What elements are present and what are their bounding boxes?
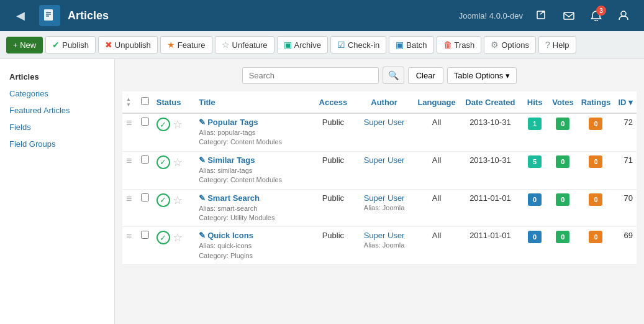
votes-cell: 0 (548, 151, 577, 189)
new-button[interactable]: + New (6, 37, 43, 53)
checkin-button[interactable]: ☑ Check-in (330, 36, 386, 53)
edit-icon: ✎ (199, 155, 206, 165)
votes-cell: 0 (548, 113, 577, 151)
article-meta: Alias: popular-tagsCategory: Content Mod… (199, 128, 308, 147)
language-cell: All (414, 151, 459, 189)
row-checkbox-cell[interactable] (137, 189, 153, 227)
th-title[interactable]: Title (195, 91, 312, 113)
language-cell: All (414, 113, 459, 151)
published-status-icon[interactable]: ✓ (156, 193, 170, 207)
article-title-link[interactable]: ✎Similar Tags (199, 155, 255, 165)
row-checkbox-cell[interactable] (137, 151, 153, 189)
article-title-link[interactable]: ✎Quick Icons (199, 231, 253, 240)
external-link-button[interactable] (530, 4, 553, 27)
th-select-all[interactable] (137, 91, 153, 113)
date-cell: 2011-01-01 (460, 227, 521, 265)
unfeature-button[interactable]: ☆ Unfeature (215, 36, 274, 53)
drag-handle[interactable]: ≡ (122, 189, 137, 227)
ratings-badge: 0 (589, 118, 602, 130)
drag-handle[interactable]: ≡ (122, 227, 137, 265)
feature-button[interactable]: ★ Feature (160, 36, 212, 53)
row-checkbox[interactable] (141, 193, 149, 201)
select-all-checkbox[interactable] (141, 97, 149, 105)
help-icon: ? (545, 40, 550, 50)
date-cell: 2011-01-01 (460, 189, 521, 227)
th-drag: ▲▼ (122, 91, 137, 113)
ratings-cell: 0 (578, 189, 615, 227)
toolbar: + New ✔ Publish ✖ Unpublish ★ Feature ☆ … (0, 31, 644, 59)
search-button[interactable]: 🔍 (383, 67, 404, 84)
archive-button[interactable]: ▣ Archive (277, 36, 328, 53)
clear-button[interactable]: Clear (408, 67, 443, 84)
language-cell: All (414, 227, 459, 265)
search-input[interactable] (242, 67, 379, 84)
date-cell: 2013-10-31 (460, 151, 521, 189)
th-date-created[interactable]: Date Created (460, 91, 521, 113)
version-label: Joomla! 4.0.0-dev (459, 11, 523, 21)
article-meta: Alias: smart-searchCategory: Utility Mod… (199, 204, 308, 223)
votes-badge: 0 (556, 155, 569, 168)
article-meta: Alias: quick-iconsCategory: Plugins (199, 241, 308, 261)
article-title-link[interactable]: ✎Smart Search (199, 193, 260, 203)
title-cell: ✎Quick Icons Alias: quick-iconsCategory:… (195, 227, 312, 265)
sidebar: Articles Categories Featured Articles Fi… (0, 59, 115, 324)
batch-icon: ▣ (396, 40, 404, 50)
article-title-link[interactable]: ✎Popular Tags (199, 118, 258, 127)
notification-badge: 3 (596, 6, 606, 16)
featured-star-icon[interactable]: ☆ (173, 193, 183, 207)
date-cell: 2013-10-31 (460, 113, 521, 151)
id-cell: 71 (614, 151, 637, 189)
status-cell: ✓ ☆ (153, 189, 195, 227)
user-button[interactable] (612, 4, 635, 27)
hits-cell: 0 (521, 227, 548, 265)
trash-button[interactable]: 🗑 Trash (437, 36, 482, 53)
featured-star-icon[interactable]: ☆ (173, 231, 183, 244)
edit-icon: ✎ (199, 231, 206, 240)
ratings-badge: 0 (589, 231, 602, 243)
publish-button[interactable]: ✔ Publish (45, 36, 96, 53)
hits-badge: 5 (528, 155, 542, 168)
sidebar-item-fieldgroups[interactable]: Field Groups (0, 136, 114, 152)
help-button[interactable]: ? Help (538, 36, 576, 53)
svg-rect-4 (537, 11, 545, 19)
unpublish-button[interactable]: ✖ Unpublish (98, 36, 158, 53)
sidebar-item-articles[interactable]: Articles (0, 68, 114, 85)
votes-cell: 0 (548, 189, 577, 227)
svg-rect-1 (46, 12, 51, 13)
row-checkbox[interactable] (141, 231, 149, 239)
th-id[interactable]: ID ▾ (614, 91, 637, 113)
drag-handle[interactable]: ≡ (122, 151, 137, 189)
id-cell: 70 (614, 189, 637, 227)
sidebar-item-featured[interactable]: Featured Articles (0, 102, 114, 119)
row-checkbox-cell[interactable] (137, 113, 153, 151)
author-cell: Super User (355, 113, 414, 151)
th-access: Access (312, 91, 355, 113)
row-checkbox[interactable] (141, 118, 149, 126)
app-icon (39, 5, 60, 26)
back-button[interactable]: ◀ (9, 4, 32, 27)
table-row: ≡ ✓ ☆ ✎Smart Search Alias: smart-searchC… (122, 189, 637, 227)
articles-table: ▲▼ Status Title Access Author Language D… (122, 91, 637, 265)
mail-button[interactable] (558, 4, 580, 27)
sidebar-item-categories[interactable]: Categories (0, 85, 114, 102)
sidebar-item-fields[interactable]: Fields (0, 119, 114, 136)
published-status-icon[interactable]: ✓ (156, 231, 170, 244)
edit-icon: ✎ (199, 193, 206, 203)
batch-button[interactable]: ▣ Batch (389, 36, 433, 53)
drag-handle[interactable]: ≡ (122, 113, 137, 151)
published-status-icon[interactable]: ✓ (156, 118, 170, 131)
row-checkbox[interactable] (141, 155, 149, 164)
id-cell: 69 (614, 227, 637, 265)
notifications-button[interactable]: 3 (585, 4, 607, 27)
featured-star-icon[interactable]: ☆ (173, 118, 183, 131)
row-checkbox-cell[interactable] (137, 227, 153, 265)
hits-badge: 1 (528, 118, 542, 130)
votes-badge: 0 (556, 193, 569, 206)
search-row: 🔍 Clear Table Options ▾ (122, 67, 637, 84)
featured-star-icon[interactable]: ☆ (173, 155, 183, 169)
table-options-button[interactable]: Table Options ▾ (447, 67, 517, 84)
published-status-icon[interactable]: ✓ (156, 155, 170, 169)
top-bar-icons: 3 (530, 4, 635, 27)
svg-point-6 (621, 11, 626, 16)
options-button[interactable]: ⚙ Options (484, 36, 536, 53)
